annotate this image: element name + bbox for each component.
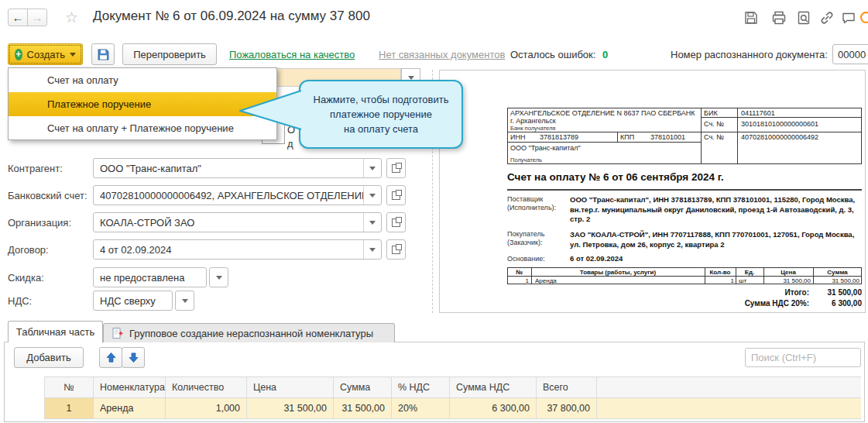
discount-dropdown-button[interactable] [209,267,228,287]
cell-vat-sum[interactable]: 6 300,00 [450,398,537,418]
inn-label: ИНН [510,133,525,141]
print-icon[interactable] [771,10,787,26]
grid-header-sum[interactable]: Сумма [334,377,392,397]
grid-header-total[interactable]: Всего [537,377,597,397]
invoice-title: Счет на оплату № 6 от 06 сентября 2024 г… [507,171,724,183]
grid-header-nomenclature[interactable]: Номенклатура [94,377,166,397]
col-price: Цена [763,269,813,276]
favorite-star-icon[interactable]: ☆ [65,9,78,26]
grid-header-num[interactable]: № [45,377,94,397]
create-button-label: Создать [27,49,65,60]
organization-field[interactable]: КОАЛА-СТРОЙ ЗАО [93,212,382,232]
item-num: 1 [507,277,529,284]
grid-header-price[interactable]: Цена [247,377,334,397]
tab-tabular-section[interactable]: Табличная часть [8,321,103,342]
move-up-button[interactable] [99,347,122,368]
arrow-up-icon [105,352,117,363]
supplier-value: ООО "Транс-капитал", ИНН 3781813789, КПП… [570,195,863,225]
hint-line: платежное поручение [330,107,432,122]
payee-bank-caption: Банк получателя [510,125,555,132]
recognized-number-input[interactable] [832,44,868,64]
chat-icon[interactable] [841,10,856,26]
open-icon [392,164,400,173]
basis-value: 6 от 02.09.2024 [570,254,863,264]
chevron-down-icon [182,299,188,303]
invoice-rule [507,189,862,191]
back-arrow-icon: ← [12,11,24,24]
cell-quantity[interactable]: 1,000 [166,398,247,418]
preview-document-icon[interactable] [796,10,811,26]
forward-button[interactable]: → [27,9,47,26]
vat-value: НДС сверху [94,295,172,307]
grid-header-filler [597,377,861,397]
chevron-down-icon [369,194,376,198]
dropdown-arrow[interactable] [363,240,381,259]
organization-open-button[interactable] [386,212,406,232]
nav-history-group: ← → [8,9,47,26]
complain-quality-link[interactable]: Пожаловаться на качество [229,49,355,60]
discount-label: Скидка: [8,272,44,284]
cell-sum[interactable]: 31 500,00 [334,398,392,418]
organization-label: Организация: [8,217,71,229]
tab-label: Табличная часть [16,326,94,338]
no-related-documents-link[interactable]: Нет связанных документов [379,49,505,60]
col-num: № [507,269,531,276]
open-icon [392,246,400,254]
errors-left-label: Осталось ошибок: [510,49,595,60]
account-label: Сч. № [704,133,724,141]
recognized-number-label: Номер распознанного документа: [671,49,828,60]
col-unit: Ед. [736,269,763,276]
bank-account-value: 40702810000000006492, АРХАНГЕЛЬСКОЕ ОТДЕ… [94,190,363,201]
contract-open-button[interactable] [386,239,406,260]
move-down-button[interactable] [122,347,145,368]
cell-total[interactable]: 37 800,00 [537,398,597,418]
recheck-button[interactable]: Перепроверить [122,43,217,65]
vat-field[interactable]: НДС сверху [93,291,173,311]
basis-label: Основание: [507,255,545,263]
create-button[interactable]: + Создать [8,43,83,65]
cell-vat-percent[interactable]: 20% [392,398,450,418]
add-row-button[interactable]: Добавить [14,347,84,368]
hint-line: Нажмите, чтобы подготовить [314,92,449,107]
search-input[interactable] [745,348,861,367]
col-goods: Товары (работы, услуги) [531,269,705,276]
arrow-down-icon [128,352,139,363]
counterparty-field[interactable]: ООО "Транс-капитал" [93,158,382,178]
contract-field[interactable]: 4 от 02.09.2024 [93,239,382,260]
grid-header-vat-percent[interactable]: % НДС [392,377,450,397]
chevron-down-icon [369,221,376,225]
plus-icon: + [15,49,22,60]
cell-price[interactable]: 31 500,00 [247,398,334,418]
cell-num[interactable]: 1 [45,398,94,418]
errors-count: 0 [602,49,608,60]
grid-data-row[interactable]: 1 Аренда 1,000 31 500,00 31 500,00 20% 6… [44,398,861,419]
payee-bank-name: АРХАНГЕЛЬСКОЕ ОТДЕЛЕНИЕ N 8637 ПАО СБЕРБ… [510,109,698,125]
vat-dropdown-button[interactable] [175,291,194,311]
bank-account-field[interactable]: 40702810000000006492, АРХАНГЕЛЬСКОЕ ОТДЕ… [93,185,382,205]
save-button[interactable] [91,43,115,65]
grid-header-quantity[interactable]: Количество [166,377,247,397]
cell-nomenclature[interactable]: Аренда [94,398,166,418]
add-button-label: Добавить [26,352,70,363]
dropdown-arrow[interactable] [363,213,381,232]
kpp-value: 378101001 [650,133,685,141]
discount-field[interactable]: не предоставлена [93,267,207,287]
item-unit: шт [739,277,746,284]
dropdown-arrow[interactable] [363,159,381,177]
hint-tooltip: Нажмите, чтобы подготовить платежное пор… [299,80,463,149]
total-value: 31 500,00 [784,288,862,297]
save-icon[interactable] [743,10,759,26]
notification-ring-icon[interactable] [860,12,868,23]
grid-header-vat-sum[interactable]: Сумма НДС [450,377,537,397]
dropdown-arrow[interactable] [363,186,381,205]
bik-label: БИК [704,109,718,117]
counterparty-open-button[interactable] [386,158,406,178]
payee-caption: Получатель [510,156,542,163]
bank-account-open-button[interactable] [386,185,406,205]
link-icon[interactable] [819,10,835,26]
tab-label: Групповое создание нераспознанной номенк… [129,328,373,339]
back-button[interactable]: ← [8,9,28,26]
tab-group-creation[interactable]: Групповое создание нераспознанной номенк… [103,323,395,342]
hidden-label-fragment: д [287,138,293,150]
vat-total-value: 6 300,00 [784,299,862,308]
